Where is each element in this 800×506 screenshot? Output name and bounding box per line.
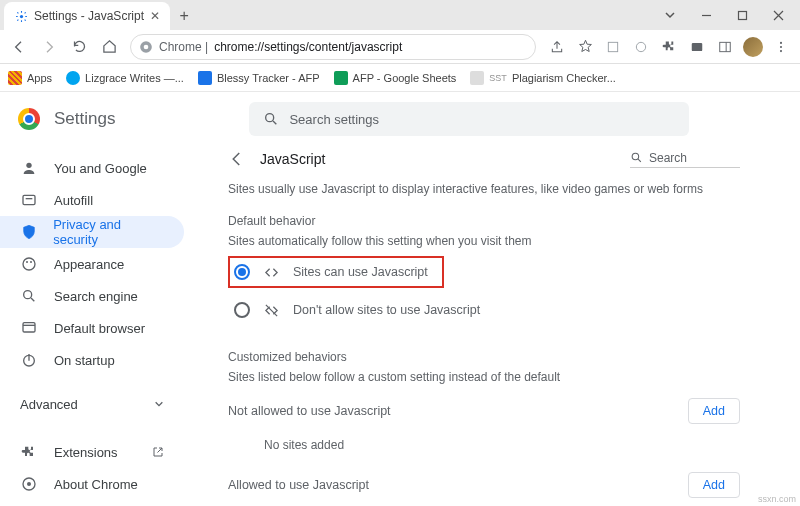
sidebar-item-extensions[interactable]: Extensions (0, 436, 184, 468)
sidebar-item-privacy[interactable]: Privacy and security (0, 216, 184, 248)
back-icon[interactable] (228, 150, 246, 168)
sidebar-item-label: Default browser (54, 321, 145, 336)
bookmark-item[interactable]: Blessy Tracker - AFP (198, 71, 320, 85)
sidebar-item-search-engine[interactable]: Search engine (0, 280, 184, 312)
content-search[interactable]: Search (630, 151, 740, 168)
address-bar[interactable]: Chrome | chrome://settings/content/javas… (130, 34, 536, 60)
svg-rect-7 (692, 42, 703, 50)
share-icon[interactable] (544, 34, 570, 60)
option-allow-js[interactable]: Sites can use Javascript (228, 256, 444, 288)
settings-sidebar: You and Google Autofill Privacy and secu… (0, 146, 198, 506)
no-sites-text: No sites added (228, 424, 740, 458)
reload-icon[interactable] (66, 34, 92, 60)
chevron-down-icon (154, 399, 164, 409)
sidebar-item-autofill[interactable]: Autofill (0, 184, 184, 216)
avatar[interactable] (740, 34, 766, 60)
bookmark-apps[interactable]: Apps (8, 71, 52, 85)
sidebar-item-default-browser[interactable]: Default browser (0, 312, 184, 344)
sidebar-item-label: On startup (54, 353, 115, 368)
svg-point-21 (24, 291, 32, 299)
new-tab-button[interactable]: + (170, 2, 198, 30)
autofill-icon (20, 192, 38, 208)
svg-point-15 (26, 163, 31, 168)
option-block-js[interactable]: Don't allow sites to use Javascript (228, 294, 740, 326)
sidebar-item-about[interactable]: About Chrome (0, 468, 184, 500)
option-label: Sites can use Javascript (293, 265, 428, 279)
url-path: chrome://settings/content/javascript (214, 40, 402, 54)
add-not-allowed-button[interactable]: Add (688, 398, 740, 424)
sidebar-item-appearance[interactable]: Appearance (0, 248, 184, 280)
bookmarks-bar: Apps Lizgrace Writes —... Blessy Tracker… (0, 64, 800, 92)
svg-point-20 (30, 261, 32, 263)
shield-icon (20, 224, 37, 240)
tab-close-icon[interactable]: ✕ (150, 9, 160, 23)
svg-point-4 (144, 44, 149, 49)
customized-heading: Customized behaviors (228, 350, 740, 364)
search-placeholder: Search settings (289, 112, 379, 127)
url-prefix: Chrome | (159, 40, 208, 54)
allowed-heading: Allowed to use Javascript (228, 478, 369, 492)
add-allowed-button[interactable]: Add (688, 472, 740, 498)
svg-line-31 (266, 304, 277, 315)
sidebar-advanced[interactable]: Advanced (0, 386, 198, 422)
reading-list-icon[interactable] (600, 34, 626, 60)
bookmark-item[interactable]: SSTPlagiarism Checker... (470, 71, 615, 85)
puzzle-icon (20, 444, 38, 460)
search-icon (20, 288, 38, 304)
bookmark-label: AFP - Google Sheets (353, 72, 457, 84)
sidebar-item-label: Appearance (54, 257, 124, 272)
svg-point-29 (632, 153, 639, 160)
svg-rect-1 (738, 11, 746, 19)
svg-point-11 (780, 45, 782, 47)
svg-point-10 (780, 41, 782, 43)
forward-icon[interactable] (36, 34, 62, 60)
extension-icon-1[interactable] (628, 34, 654, 60)
site-icon (470, 71, 484, 85)
svg-point-19 (26, 261, 28, 263)
person-icon (20, 160, 38, 176)
svg-line-22 (31, 298, 34, 301)
browser-tab[interactable]: Settings - JavaScript ✕ (4, 2, 170, 30)
site-icon (66, 71, 80, 85)
sidebar-item-label: Autofill (54, 193, 93, 208)
bookmark-label: Blessy Tracker - AFP (217, 72, 320, 84)
home-icon[interactable] (96, 34, 122, 60)
not-allowed-heading: Not allowed to use Javascript (228, 404, 391, 418)
site-icon (198, 71, 212, 85)
default-behavior-sub: Sites automatically follow this setting … (228, 234, 740, 248)
no-sites-text: No sites added (228, 498, 740, 506)
search-icon (263, 111, 279, 127)
bookmark-item[interactable]: Lizgrace Writes —... (66, 71, 184, 85)
sidebar-item-on-startup[interactable]: On startup (0, 344, 184, 376)
apps-icon (8, 71, 22, 85)
star-icon[interactable] (572, 34, 598, 60)
puzzle-icon[interactable] (656, 34, 682, 60)
tab-title: Settings - JavaScript (34, 9, 144, 23)
svg-point-2 (19, 14, 22, 17)
page-title: JavaScript (260, 151, 325, 167)
sidebar-item-label: You and Google (54, 161, 147, 176)
svg-line-30 (638, 159, 641, 162)
sidebar-item-you-and-google[interactable]: You and Google (0, 152, 184, 184)
intro-text: Sites usually use Javascript to display … (228, 182, 740, 196)
minimize-icon[interactable] (688, 1, 724, 29)
open-external-icon (152, 446, 164, 458)
svg-point-12 (780, 50, 782, 52)
maximize-icon[interactable] (724, 1, 760, 29)
back-icon[interactable] (6, 34, 32, 60)
svg-point-18 (23, 258, 35, 270)
side-panel-icon[interactable] (712, 34, 738, 60)
close-icon[interactable] (760, 1, 796, 29)
svg-rect-16 (23, 195, 35, 204)
default-behavior-heading: Default behavior (228, 214, 740, 228)
menu-icon[interactable] (768, 34, 794, 60)
settings-search[interactable]: Search settings (249, 102, 689, 136)
chevron-down-icon[interactable] (652, 1, 688, 29)
bookmark-item[interactable]: AFP - Google Sheets (334, 71, 457, 85)
svg-rect-8 (720, 42, 731, 51)
extension-icon-2[interactable] (684, 34, 710, 60)
chrome-icon (20, 476, 38, 492)
svg-line-14 (273, 121, 276, 124)
power-icon (20, 352, 38, 368)
code-icon (264, 265, 279, 280)
